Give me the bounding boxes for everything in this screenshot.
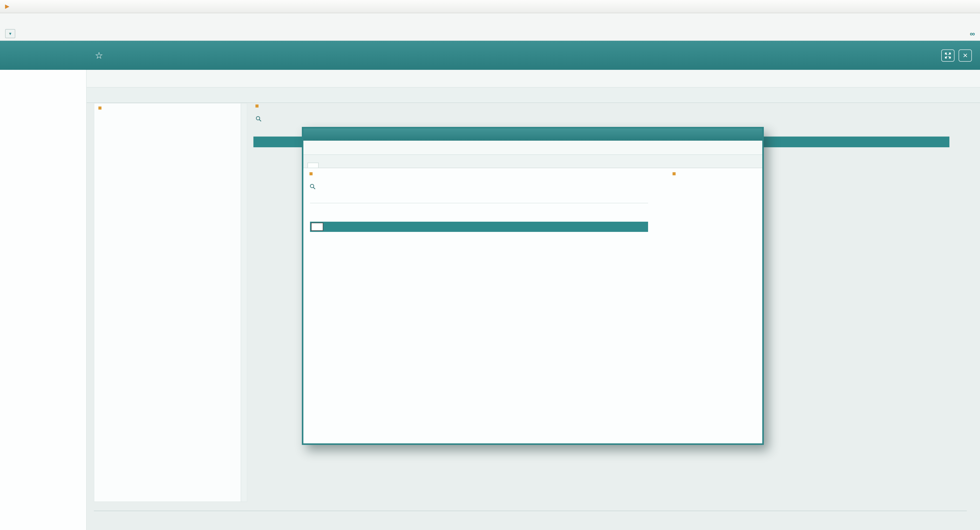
section-bullet-icon: [310, 172, 313, 175]
search-icon: [255, 116, 262, 122]
tabellenfilter-dialog: [302, 127, 764, 445]
dialog-table-header: [310, 195, 648, 203]
filter-edit-row[interactable]: [310, 222, 648, 232]
section-bullet-icon: [99, 106, 102, 109]
dialog-toolbar: [303, 141, 762, 155]
spotlight-icon: ∞: [970, 30, 975, 38]
spotlight[interactable]: ∞: [967, 30, 975, 38]
selection-panel: [94, 103, 247, 502]
app-window: ▶ ▾ ∞ ☆ ×: [0, 0, 980, 530]
app-icon: ▶: [5, 3, 10, 10]
dialog-tab-standard[interactable]: [307, 163, 319, 168]
session-bar: [0, 13, 980, 27]
section-bullet-icon: [673, 172, 676, 175]
article-search-input[interactable]: [255, 116, 962, 122]
menubar: ▾ ∞: [0, 27, 980, 41]
favorite-star-icon[interactable]: ☆: [95, 50, 103, 61]
expand-icon: [944, 52, 951, 59]
toolbar: [87, 70, 980, 88]
close-button[interactable]: ×: [959, 49, 972, 62]
dialog-titlebar: [303, 129, 762, 141]
divider: [94, 511, 967, 511]
dialog-search-input[interactable]: [310, 184, 648, 190]
window-titlebar: ▶: [0, 0, 980, 13]
scrollbar[interactable]: [241, 103, 247, 501]
tab-bar: [87, 88, 980, 103]
expand-button[interactable]: [941, 49, 955, 62]
page-header: ☆ ×: [0, 41, 980, 70]
filter-edit-cell[interactable]: [311, 223, 323, 231]
dialog-tab-bar: [303, 155, 762, 168]
search-icon: [310, 184, 316, 190]
menu-caret-button[interactable]: ▾: [5, 29, 15, 38]
section-bullet-icon: [255, 105, 259, 108]
functions-panel: [673, 172, 762, 179]
sidebar: [0, 70, 87, 530]
